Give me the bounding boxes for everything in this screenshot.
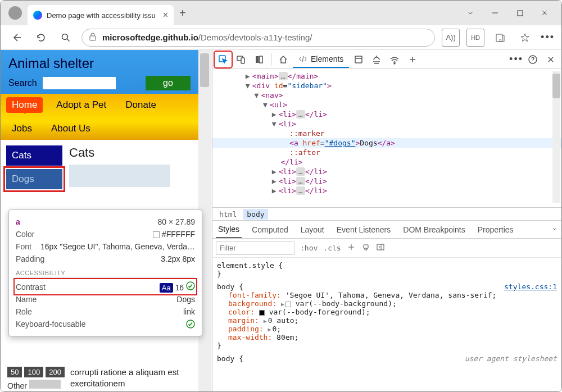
nav-home[interactable]: Home (6, 97, 43, 113)
tooltip-contrast-label: Contrast (16, 282, 46, 291)
welcome-button[interactable] (251, 52, 268, 67)
sources-icon[interactable] (368, 52, 385, 67)
tab-styles[interactable]: Styles (216, 221, 242, 238)
devtools-menu-icon[interactable]: ••• (509, 53, 523, 65)
devtools: Elements ••• ▶<main>…</main> ▼<div id="s… (212, 50, 561, 392)
tab-dom-breakpoints[interactable]: DOM Breakpoints (401, 222, 467, 238)
collections-icon[interactable] (491, 29, 509, 47)
nav-about[interactable]: About Us (46, 121, 96, 136)
device-emulation-button[interactable] (233, 52, 250, 67)
elements-scrollbar[interactable] (552, 71, 560, 203)
svg-point-12 (394, 63, 395, 64)
tooltip-font-label: Font (16, 242, 31, 251)
sidebar-item-dogs[interactable]: Dogs (6, 169, 62, 189)
tooltip-dimensions: 80 × 27.89 (157, 217, 195, 226)
tab-event-listeners[interactable]: Event Listeners (334, 222, 393, 238)
read-aloud-icon[interactable]: A)) (442, 29, 460, 47)
svg-point-1 (62, 34, 68, 39)
chip-100[interactable]: 100 (24, 367, 43, 377)
back-button[interactable] (7, 29, 25, 47)
tab-computed[interactable]: Computed (250, 222, 291, 238)
inspect-tooltip: a 80 × 27.89 Color#FFFFFF Font16px "Sego… (8, 209, 202, 336)
elements-tree[interactable]: ▶<main>…</main> ▼<div id="sidebar"> ▼<na… (212, 69, 561, 207)
crumb-body[interactable]: body (243, 209, 268, 220)
tooltip-font-value: 16px "Segoe UI", Tahoma, Geneva, Verda… (40, 242, 195, 251)
help-icon[interactable] (524, 52, 541, 67)
edge-icon (33, 11, 42, 20)
styles-pane[interactable]: element.style { } styles.css:1body { fon… (212, 258, 561, 392)
source-link[interactable]: styles.css:1 (504, 282, 557, 291)
network-icon[interactable] (386, 52, 403, 67)
tab-elements[interactable]: Elements (293, 51, 349, 68)
lorem-text: corrupti ratione a aliquam est exercitat… (70, 367, 205, 389)
search-icon[interactable] (57, 29, 75, 47)
cls-toggle[interactable]: .cls (323, 244, 341, 252)
inspect-element-button[interactable] (215, 52, 232, 67)
svg-rect-2 (90, 36, 96, 40)
new-tab-button[interactable]: + (179, 7, 186, 20)
other-label: Other (7, 381, 27, 390)
tab-properties[interactable]: Properties (475, 222, 516, 238)
browser-tab[interactable]: Demo page with accessibility issu × (28, 5, 174, 25)
toggle-sidebar-icon[interactable] (376, 243, 385, 253)
url-text: microsoftedge.github.io/Demos/devtools-a… (102, 33, 312, 42)
translate-icon[interactable]: HD (466, 29, 484, 47)
home-icon[interactable] (275, 52, 292, 67)
check-icon (186, 281, 195, 290)
svg-rect-14 (377, 244, 384, 250)
settings-menu-icon[interactable]: ••• (541, 31, 555, 43)
svg-rect-10 (260, 56, 263, 63)
content-image (69, 165, 170, 187)
svg-rect-9 (256, 56, 259, 63)
close-tab-icon[interactable]: × (163, 10, 168, 20)
tooltip-contrast-value: Aa 16 (160, 281, 195, 292)
brush-icon[interactable] (361, 243, 370, 253)
breadcrumb: html body (212, 207, 561, 221)
tooltip-color-label: Color (16, 230, 34, 239)
window-minimize-icon[interactable] (483, 4, 507, 21)
tooltip-role-label: Role (16, 307, 32, 316)
check-icon (186, 320, 195, 329)
profile-avatar[interactable] (8, 6, 22, 20)
tooltip-name-value: Dogs (176, 295, 195, 304)
sidebar-nav: Cats Dogs (6, 145, 62, 193)
tab-layout[interactable]: Layout (298, 222, 327, 238)
filter-input[interactable] (216, 241, 294, 255)
chip-200[interactable]: 200 (46, 367, 65, 377)
close-devtools-icon[interactable] (542, 52, 559, 67)
svg-rect-3 (496, 34, 502, 42)
hero-banner: Animal shelter Search go (1, 50, 198, 94)
lock-icon (89, 32, 97, 43)
tooltip-color-value: #FFFFFF (153, 230, 195, 239)
chevron-down-icon[interactable] (458, 4, 483, 21)
styles-toolbar: :hov .cls (212, 239, 561, 258)
nav-donate[interactable]: Donate (120, 97, 162, 113)
app-icon[interactable] (350, 52, 367, 67)
tooltip-role-value: link (183, 307, 195, 316)
svg-rect-0 (518, 11, 523, 16)
chip-50[interactable]: 50 (7, 367, 22, 377)
page-viewport: Animal shelter Search go Home Adopt a Pe… (1, 50, 212, 392)
new-style-button[interactable] (347, 243, 356, 253)
search-input[interactable] (43, 77, 116, 89)
window-maximize-icon[interactable] (507, 4, 532, 21)
ua-stylesheet-label: user agent stylesheet (465, 354, 557, 363)
window-close-icon[interactable] (532, 4, 557, 21)
other-input[interactable] (29, 380, 61, 389)
nav-adopt[interactable]: Adopt a Pet (51, 97, 112, 113)
svg-rect-11 (355, 56, 362, 63)
crumb-html[interactable]: html (216, 209, 240, 220)
tooltip-tag: a (16, 217, 20, 226)
more-tabs-button[interactable] (404, 52, 421, 67)
refresh-button[interactable] (32, 29, 50, 47)
chevron-down-icon[interactable] (551, 225, 558, 234)
nav-jobs[interactable]: Jobs (6, 121, 38, 136)
url-field[interactable]: microsoftedge.github.io/Demos/devtools-a… (81, 29, 435, 47)
go-button[interactable]: go (146, 76, 191, 90)
hov-toggle[interactable]: :hov (300, 244, 318, 252)
favorite-icon[interactable] (516, 29, 534, 47)
content-heading: Cats (69, 145, 170, 160)
main-nav: Home Adopt a Pet Donate Jobs About Us (1, 94, 198, 140)
sidebar-item-cats[interactable]: Cats (6, 145, 62, 166)
tooltip-kbd-label: Keyboard-focusable (16, 320, 86, 329)
